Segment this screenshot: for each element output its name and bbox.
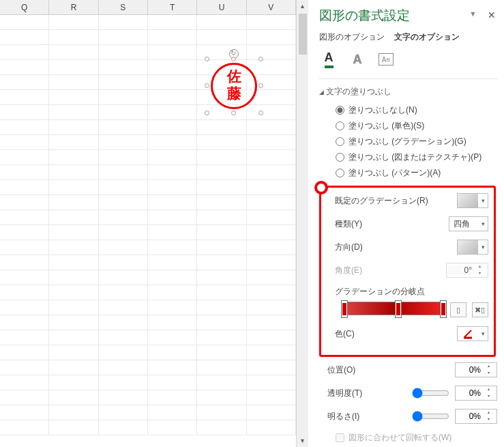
color-dropdown[interactable]: ▾ (457, 326, 488, 341)
add-stop-button[interactable]: ▯ (450, 302, 466, 317)
rotate-with-shape-checkbox: 図形に合わせて回転する(W) (319, 432, 497, 444)
radio-no-fill[interactable]: 塗りつぶしなし(N) (336, 104, 497, 116)
transparency-slider[interactable] (412, 388, 449, 399)
resize-handle[interactable] (231, 111, 236, 115)
spreadsheet-area[interactable]: Q R S T U V 佐 (0, 0, 297, 447)
text-effects-icon[interactable]: A (348, 50, 367, 69)
scroll-up-icon[interactable]: ▲ (297, 0, 308, 12)
gradient-stop[interactable] (440, 300, 447, 318)
textbox-icon[interactable]: A≡ (376, 50, 396, 69)
label-color: 色(C) (335, 328, 355, 340)
col-header[interactable]: V (247, 0, 296, 14)
stamp-shape[interactable]: 佐藤 (207, 59, 261, 113)
preset-gradient-dropdown[interactable]: ▾ (457, 193, 488, 208)
radio-solid-fill[interactable]: 塗りつぶし (単色)(S) (336, 120, 497, 132)
label-transparency: 透明度(T) (327, 388, 362, 399)
label-position: 位置(O) (327, 364, 355, 376)
col-header[interactable]: S (99, 0, 148, 14)
tab-text-options[interactable]: 文字のオプション (394, 31, 460, 43)
label-angle: 角度(E) (335, 265, 362, 276)
resize-handle[interactable] (258, 83, 263, 88)
scroll-down-icon[interactable]: ▼ (297, 435, 308, 447)
text-fill-outline-icon[interactable]: A (319, 50, 338, 69)
resize-handle[interactable] (205, 111, 209, 115)
direction-dropdown[interactable]: ▾ (457, 240, 488, 255)
scrollbar-thumb[interactable] (299, 14, 307, 55)
section-text-fill[interactable]: 文字の塗りつぶし (319, 86, 497, 98)
annotation-marker-icon (314, 181, 328, 194)
resize-handle[interactable] (258, 57, 263, 61)
col-header[interactable]: T (148, 0, 197, 14)
gradient-stop[interactable] (395, 300, 402, 318)
col-header[interactable]: R (49, 0, 98, 14)
angle-spinner: ▴▾ (446, 263, 488, 278)
position-spinner[interactable]: ▴▾ (455, 362, 497, 377)
label-brightness: 明るさ(I) (327, 411, 359, 422)
label-type: 種類(Y) (335, 218, 362, 230)
stamp-text[interactable]: 佐藤 (207, 68, 261, 102)
label-direction: 方向(D) (335, 242, 363, 253)
brightness-slider[interactable] (412, 411, 449, 422)
type-dropdown[interactable]: 四角▾ (449, 216, 488, 231)
radio-gradient-fill[interactable]: 塗りつぶし (グラデーション)(G) (336, 136, 497, 147)
column-headers: Q R S T U V (0, 0, 296, 15)
label-gradient-stops: グラデーションの分岐点 (327, 286, 488, 298)
col-header[interactable]: U (197, 0, 246, 14)
label-preset-gradients: 既定のグラデーション(R) (335, 195, 428, 207)
remove-stop-button[interactable]: ✖▯ (472, 302, 488, 317)
vertical-scrollbar[interactable]: ▲ ▼ (296, 0, 308, 447)
resize-handle[interactable] (205, 57, 209, 61)
highlighted-region: 既定のグラデーション(R) ▾ 種類(Y) 四角▾ 方向(D) ▾ 角度(E) … (319, 186, 496, 357)
panel-options-icon[interactable]: ▼ (469, 10, 477, 18)
brightness-spinner[interactable]: ▴▾ (455, 409, 497, 424)
tab-shape-options[interactable]: 図形のオプション (319, 31, 385, 43)
format-shape-panel: ▼ ✕ 図形の書式設定 図形のオプション 文字のオプション A A A≡ 文字の… (311, 0, 504, 447)
resize-handle[interactable] (231, 57, 236, 61)
radio-pattern-fill[interactable]: 塗りつぶし (パターン)(A) (336, 167, 497, 179)
resize-handle[interactable] (258, 111, 263, 115)
close-icon[interactable]: ✕ (488, 10, 496, 20)
gradient-stop[interactable] (341, 300, 348, 318)
resize-handle[interactable] (205, 83, 209, 88)
gradient-stops-slider[interactable] (343, 302, 445, 315)
radio-picture-fill[interactable]: 塗りつぶし (図またはテクスチャ)(P) (336, 152, 497, 163)
transparency-spinner[interactable]: ▴▾ (455, 386, 497, 401)
col-header[interactable]: Q (0, 0, 49, 14)
